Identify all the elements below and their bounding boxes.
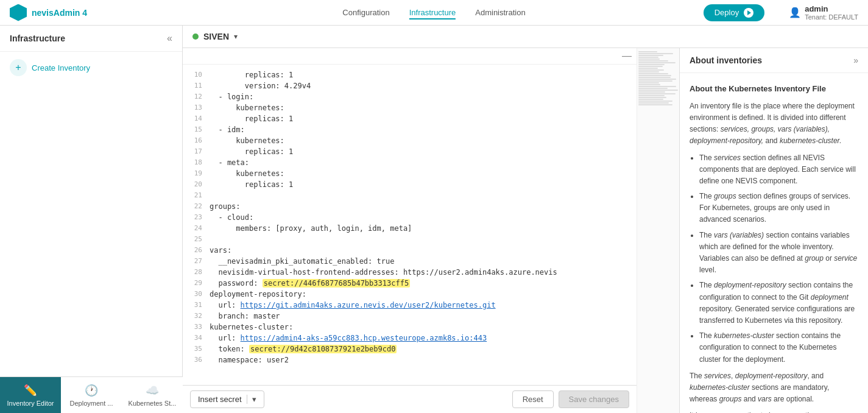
line-number-13: 13 (183, 102, 210, 113)
minimap-line (638, 93, 676, 94)
nav-configuration[interactable]: Configuration (342, 5, 389, 19)
minimap-line (638, 66, 663, 67)
deploy-play-icon (744, 8, 753, 18)
minimap-line (638, 55, 663, 56)
code-line-16[interactable]: 16 kubernetes: (183, 135, 637, 146)
line-number-35: 35 (183, 344, 210, 355)
right-panel-expand-icon[interactable]: » (853, 55, 858, 65)
minimap-line (638, 99, 663, 100)
secret-value-29: secret://446f6877685b47bb3313cff5 (263, 279, 410, 288)
code-line-13[interactable]: 13 kubernetes: (183, 102, 637, 113)
code-line-12[interactable]: 12 - login: (183, 91, 637, 102)
code-line-23[interactable]: 23 - cloud: (183, 212, 637, 223)
code-editor-inner[interactable]: 10 replicas: 111 version: 4.29v412 - log… (183, 65, 637, 385)
minimap-line (638, 86, 676, 87)
right-panel-heading1: About the Kubernetes Inventory File (690, 83, 858, 96)
code-line-18[interactable]: 18 - meta: (183, 157, 637, 168)
link-34[interactable]: https://admin4-aks-a59cc883.hcp.westeuro… (241, 334, 487, 342)
line-content-24: members: [proxy, auth, login, idm, meta] (210, 223, 412, 234)
minimap-line (638, 64, 665, 65)
minimap-line (638, 97, 666, 98)
nav-infrastructure[interactable]: Infrastructure (409, 5, 456, 19)
code-line-32[interactable]: 32 branch: master (183, 311, 637, 322)
code-line-28[interactable]: 28 nevisidm-virtual-host-frontend-addres… (183, 267, 637, 278)
right-panel-header: About inventories » (680, 48, 868, 73)
line-content-15: - idm: (210, 124, 245, 135)
inventory-dropdown-icon[interactable]: ▾ (234, 32, 238, 41)
create-inventory-button[interactable]: + Create Inventory (10, 59, 90, 76)
bullet-deployment-repo: The deployment-repository section contai… (699, 280, 858, 327)
minimap-line (638, 82, 659, 83)
code-line-31[interactable]: 31 url: https://git.admin4aks.azure.nevi… (183, 300, 637, 311)
code-line-33[interactable]: 33kubernetes-cluster: (183, 322, 637, 333)
user-name: admin (805, 4, 858, 13)
minimap-line (638, 104, 672, 105)
tab-kubernetes-status[interactable]: ☁️ Kubernetes St... (122, 377, 183, 413)
line-content-16: kubernetes: (210, 135, 284, 146)
code-line-19[interactable]: 19 kubernetes: (183, 168, 637, 179)
minimap-line (638, 101, 672, 102)
line-content-17: replicas: 1 (210, 146, 293, 157)
code-line-17[interactable]: 17 replicas: 1 (183, 146, 637, 157)
right-panel-title: About inventories (690, 55, 762, 65)
code-line-34[interactable]: 34 url: https://admin4-aks-a59cc883.hcp.… (183, 333, 637, 344)
insert-secret-button[interactable]: Insert secret ▾ (190, 390, 264, 408)
code-line-30[interactable]: 30deployment-repository: (183, 289, 637, 300)
minimap (637, 48, 679, 413)
code-line-21[interactable]: 21 (183, 190, 637, 201)
nav-administration[interactable]: Administration (475, 5, 525, 19)
inventory-editor-label: Inventory Editor (7, 400, 54, 407)
code-line-24[interactable]: 24 members: [proxy, auth, login, idm, me… (183, 223, 637, 234)
code-line-29[interactable]: 29 password: secret://446f6877685b47bb33… (183, 278, 637, 289)
line-content-31: url: https://git.admin4aks.azure.nevis.d… (210, 300, 496, 311)
line-content-22: groups: (210, 201, 241, 212)
bullet-groups: The groups section defines groups of ser… (699, 191, 858, 226)
minimap-line (638, 58, 660, 60)
user-icon: 👤 (789, 7, 801, 18)
tab-inventory-editor[interactable]: ✏️ Inventory Editor (0, 377, 61, 413)
code-line-27[interactable]: 27 __nevisadmin_pki_automatic_enabled: t… (183, 256, 637, 267)
sidebar: Infrastructure « + Create Inventory ✏️ I… (0, 26, 183, 413)
minimap-line (638, 75, 671, 76)
line-number-14: 14 (183, 113, 210, 124)
code-line-15[interactable]: 15 - idm: (183, 124, 637, 135)
bottom-tabs: ✏️ Inventory Editor 🕐 Deployment ... ☁️ … (0, 376, 183, 413)
code-line-11[interactable]: 11 version: 4.29v4 (183, 80, 637, 91)
code-line-25[interactable]: 25 (183, 234, 637, 245)
code-line-14[interactable]: 14 replicas: 1 (183, 113, 637, 124)
line-number-24: 24 (183, 223, 210, 234)
user-details: admin Tenant: DEFAULT (805, 4, 858, 21)
line-content-33: kubernetes-cluster: (210, 322, 293, 333)
editor-close-button[interactable]: — (622, 51, 632, 62)
code-line-26[interactable]: 26vars: (183, 245, 637, 256)
line-number-15: 15 (183, 124, 210, 135)
app-logo: nevisAdmin 4 (10, 4, 95, 21)
save-button[interactable]: Save changes (559, 390, 629, 408)
sidebar-collapse-button[interactable]: « (167, 33, 172, 44)
deploy-button[interactable]: Deploy (704, 4, 764, 21)
inventory-name: SIVEN (203, 32, 229, 41)
code-line-20[interactable]: 20 replicas: 1 (183, 179, 637, 190)
line-content-30: deployment-repository: (210, 289, 306, 300)
minimap-line (638, 62, 676, 63)
line-content-35: token: secret://9d42c8108737921e2beb9cd0 (210, 344, 397, 355)
user-tenant: Tenant: DEFAULT (805, 13, 858, 21)
tab-deployment[interactable]: 🕐 Deployment ... (61, 377, 122, 413)
minimap-line (638, 60, 668, 62)
right-panel: About inventories » About the Kubernetes… (679, 48, 868, 413)
link-31[interactable]: https://git.admin4aks.azure.nevis.dev/us… (241, 301, 496, 309)
line-number-32: 32 (183, 311, 210, 322)
code-line-22[interactable]: 22groups: (183, 201, 637, 212)
code-line-35[interactable]: 35 token: secret://9d42c8108737921e2beb9… (183, 344, 637, 355)
bullet-vars: The vars (variables) section contains va… (699, 230, 858, 277)
app-name: nevisAdmin 4 (32, 8, 87, 18)
minimap-line (638, 69, 664, 71)
minimap-line (638, 77, 671, 78)
sidebar-title: Infrastructure (10, 34, 65, 43)
code-line-36[interactable]: 36 namespace: user2 (183, 355, 637, 365)
code-line-10[interactable]: 10 replicas: 1 (183, 69, 637, 80)
right-panel-bullets: The services section defines all NEVIS c… (699, 152, 858, 365)
minimap-line (638, 57, 658, 58)
reset-button[interactable]: Reset (512, 390, 554, 408)
insert-secret-dropdown-icon[interactable]: ▾ (247, 395, 256, 404)
